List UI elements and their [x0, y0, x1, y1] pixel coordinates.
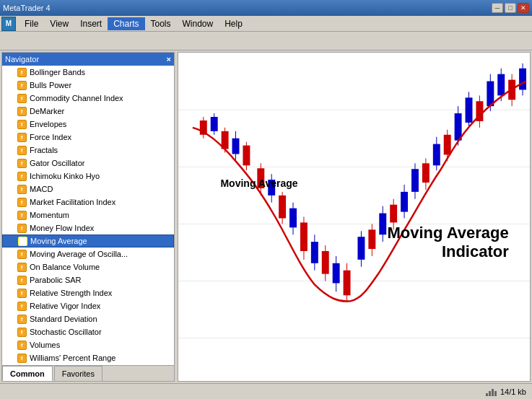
nav-label-momentum: Momentum: [30, 211, 69, 219]
navigator-tabs: Common Favorites: [2, 365, 174, 381]
nav-label-obv: On Balance Volume: [30, 263, 100, 271]
indicator-icon: f: [17, 301, 27, 311]
svg-rect-47: [422, 163, 429, 183]
nav-item-fractals[interactable]: f Fractals: [2, 144, 174, 157]
status-bar: 14/1 kb: [0, 383, 532, 399]
menu-file[interactable]: File: [19, 17, 44, 30]
nav-label-ma: Moving Average: [30, 237, 87, 245]
nav-label-bulls: Bulls Power: [30, 81, 71, 89]
menu-charts[interactable]: Charts: [108, 17, 144, 30]
navigator-panel: Navigator × f Bollinger Bands f Bulls Po…: [1, 52, 175, 382]
svg-rect-61: [497, 74, 505, 96]
indicator-icon: f: [17, 288, 27, 298]
svg-rect-25: [300, 222, 308, 251]
indicator-icon: f: [17, 132, 27, 142]
indicator-icon: f: [17, 171, 27, 181]
indicator-icon: f: [17, 197, 27, 207]
tab-favorites[interactable]: Favorites: [54, 366, 103, 381]
nav-label-demarker: DeMarker: [30, 107, 64, 115]
svg-rect-19: [268, 180, 275, 196]
menu-insert[interactable]: Insert: [74, 17, 108, 30]
chart-area: Moving Average Moving Average Indicator: [178, 52, 531, 382]
indicator-icon: f: [17, 93, 27, 103]
nav-label-rvi: Relative Vigor Index: [30, 302, 100, 310]
nav-item-stochastic[interactable]: f Stochastic Oscillator: [2, 325, 174, 338]
nav-item-moneyflow[interactable]: f Money Flow Index: [2, 222, 174, 234]
nav-item-bollinger[interactable]: f Bollinger Bands: [2, 66, 174, 79]
nav-label-stddev: Standard Deviation: [30, 315, 97, 323]
nav-label-stochastic: Stochastic Oscillator: [30, 328, 102, 336]
svg-rect-23: [289, 209, 297, 228]
close-button[interactable]: ✕: [518, 3, 529, 13]
menu-window[interactable]: Window: [177, 17, 219, 30]
indicator-icon: f: [17, 210, 27, 220]
nav-item-rsi[interactable]: f Relative Strength Index: [2, 286, 174, 299]
svg-rect-65: [519, 69, 526, 90]
indicator-icon: f: [17, 327, 27, 337]
nav-item-parabolic[interactable]: f Parabolic SAR: [2, 273, 174, 286]
nav-item-envelopes[interactable]: f Envelopes: [2, 118, 174, 131]
menu-tools[interactable]: Tools: [145, 17, 177, 30]
nav-item-stddev[interactable]: f Standard Deviation: [2, 312, 174, 325]
nav-item-mfi[interactable]: f Market Facilitation Index: [2, 196, 174, 209]
indicator-icon: f: [17, 275, 27, 285]
nav-item-bulls[interactable]: f Bulls Power: [2, 79, 174, 92]
nav-label-ichimoku: Ichimoku Kinko Hyo: [30, 172, 100, 180]
tab-common[interactable]: Common: [2, 366, 53, 381]
menu-help[interactable]: Help: [219, 17, 248, 30]
nav-item-obv[interactable]: f On Balance Volume: [2, 260, 174, 273]
nav-item-maoscilla[interactable]: f Moving Average of Oscilla...: [2, 247, 174, 260]
app-title: MetaTrader 4: [3, 4, 51, 12]
nav-label-volumes: Volumes: [30, 341, 60, 349]
menu-view[interactable]: View: [44, 17, 74, 30]
nav-item-force[interactable]: f Force Index: [2, 131, 174, 144]
nav-label-rsi: Relative Strength Index: [30, 289, 112, 297]
nav-item-ma[interactable]: f Moving Average: [2, 234, 174, 247]
svg-rect-15: [243, 146, 250, 166]
indicator-icon: f: [17, 80, 27, 90]
nav-item-gator[interactable]: f Gator Oscillator: [2, 157, 174, 170]
svg-rect-9: [211, 117, 218, 131]
nav-label-envelopes: Envelopes: [30, 120, 66, 128]
svg-rect-41: [390, 205, 397, 223]
svg-rect-35: [357, 237, 365, 260]
nav-item-demarker[interactable]: f DeMarker: [2, 105, 174, 118]
chart-svg: [178, 53, 530, 381]
toolbar: [0, 32, 532, 51]
nav-item-rvi[interactable]: f Relative Vigor Index: [2, 299, 174, 312]
svg-rect-13: [232, 139, 240, 154]
navigator-header: Navigator ×: [2, 53, 174, 66]
navigator-list[interactable]: f Bollinger Bands f Bulls Power f Commod…: [2, 66, 174, 365]
nav-item-momentum[interactable]: f Momentum: [2, 209, 174, 222]
svg-rect-43: [401, 192, 408, 212]
nav-item-volumes[interactable]: f Volumes: [2, 338, 174, 351]
indicator-icon: f: [17, 314, 27, 324]
nav-item-williams[interactable]: f Williams' Percent Range: [2, 351, 174, 364]
nav-item-cci[interactable]: f Commodity Channel Index: [2, 92, 174, 105]
file-size: 14/1 kb: [500, 387, 526, 396]
indicator-icon: f: [17, 106, 27, 116]
svg-rect-45: [411, 169, 419, 192]
title-bar-controls: ─ □ ✕: [492, 3, 529, 13]
nav-label-force: Force Index: [30, 133, 71, 141]
nav-label-bollinger: Bollinger Bands: [30, 68, 85, 76]
main-layout: Navigator × f Bollinger Bands f Bulls Po…: [0, 51, 532, 383]
maximize-button[interactable]: □: [505, 3, 516, 13]
indicator-icon: f: [17, 353, 27, 363]
indicator-icon: f: [17, 67, 27, 77]
svg-rect-31: [333, 263, 340, 284]
svg-rect-39: [379, 214, 386, 235]
svg-rect-51: [444, 135, 451, 155]
indicator-icon: f: [17, 223, 27, 233]
navigator-close-button[interactable]: ×: [167, 55, 171, 63]
title-bar-left: MetaTrader 4: [3, 4, 51, 12]
nav-label-gator: Gator Oscillator: [30, 159, 84, 167]
svg-rect-33: [344, 271, 351, 296]
app-icon: M: [1, 17, 16, 31]
minimize-button[interactable]: ─: [492, 3, 503, 13]
svg-rect-49: [433, 144, 440, 166]
bars-icon: [486, 387, 497, 396]
nav-item-ichimoku[interactable]: f Ichimoku Kinko Hyo: [2, 170, 174, 183]
svg-rect-21: [279, 196, 286, 219]
nav-item-macd[interactable]: f MACD: [2, 183, 174, 196]
